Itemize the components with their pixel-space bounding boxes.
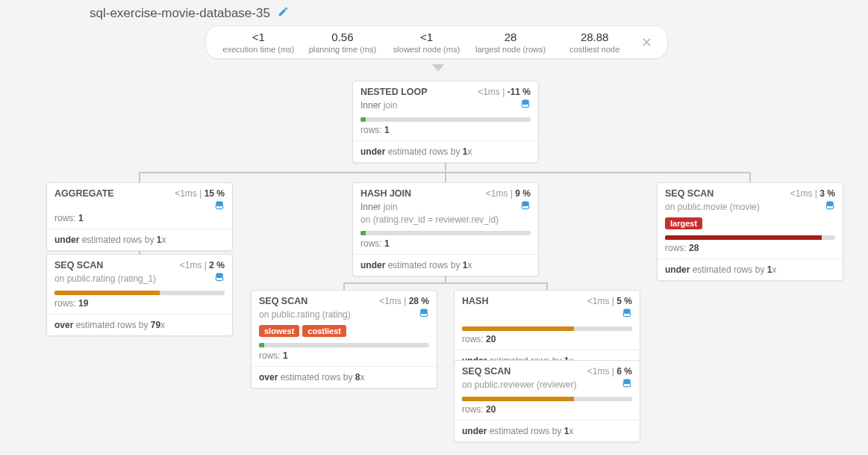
scan-target: on public.rating (rating) (259, 309, 351, 320)
page-title: sql-exercise-movie-database-35 (90, 6, 289, 21)
estimate-line: under estimated rows by 1x (353, 254, 538, 276)
database-icon[interactable] (520, 200, 531, 213)
scan-target: on public.rating (rating_1) (54, 273, 156, 284)
node-metrics: <1ms | 2 % (180, 260, 225, 270)
database-icon[interactable] (214, 200, 225, 213)
rows-count: rows: 1 (360, 238, 531, 249)
database-icon[interactable] (622, 378, 632, 391)
node-name: SEQ SCAN (462, 366, 511, 377)
join-type: Inner join (360, 100, 397, 111)
estimate-line: under estimated rows by 1x (353, 140, 538, 162)
rows-count: rows: 20 (462, 334, 632, 344)
rows-bar (259, 343, 429, 347)
node-name: SEQ SCAN (665, 188, 714, 199)
database-icon[interactable] (214, 272, 225, 285)
edit-icon[interactable] (278, 6, 289, 21)
rows-count: rows: 19 (54, 298, 225, 309)
scan-target: on public.movie (movie) (665, 202, 760, 212)
database-icon[interactable] (520, 99, 531, 111)
rows-count: rows: 1 (360, 125, 531, 135)
database-icon[interactable] (825, 200, 835, 213)
plan-node-seq_movie[interactable]: SEQ SCAN<1ms | 3 %on public.movie (movie… (657, 182, 843, 281)
stat-largest: 28 largest node (rows) (469, 31, 553, 54)
estimate-line: under estimated rows by 1x (47, 229, 232, 250)
tag-largest: largest (665, 217, 702, 229)
stat-exec-time: <1 execution time (ms) (216, 31, 301, 54)
rows-bar (665, 235, 835, 240)
node-name: SEQ SCAN (259, 296, 307, 306)
estimate-line: under estimated rows by 1x (455, 420, 640, 442)
node-metrics: <1ms | 6 % (587, 366, 632, 377)
join-type: Inner join (360, 202, 397, 212)
plan-node-seq_rating[interactable]: SEQ SCAN<1ms | 28 %on public.rating (rat… (251, 290, 437, 389)
node-name: HASH JOIN (360, 188, 411, 199)
database-icon[interactable] (419, 308, 429, 321)
node-metrics: <1ms | 5 % (587, 296, 632, 306)
node-name: SEQ SCAN (54, 260, 103, 270)
stats-bar: <1 execution time (ms) 0.56 planning tim… (205, 25, 668, 59)
node-metrics: <1ms | 9 % (486, 188, 531, 199)
tag-slowest: slowest (259, 325, 299, 337)
rows-count: rows: 28 (665, 243, 835, 253)
rows-bar (360, 117, 531, 122)
node-metrics: <1ms | 3 % (790, 188, 835, 199)
database-icon[interactable] (622, 308, 632, 321)
title-text: sql-exercise-movie-database-35 (90, 6, 270, 21)
join-condition: on (rating.rev_id = reviewer.rev_id) (360, 214, 499, 225)
node-metrics: <1ms | 28 % (379, 296, 429, 306)
plan-node-nested_loop[interactable]: NESTED LOOP<1ms | -11 %Inner joinrows: 1… (352, 81, 539, 163)
rows-bar (462, 397, 632, 401)
estimate-line: under estimated rows by 1x (658, 259, 843, 280)
plan-node-aggregate[interactable]: AGGREGATE<1ms | 15 %rows: 1under estimat… (46, 182, 233, 251)
plan-node-hash_join[interactable]: HASH JOIN<1ms | 9 %Inner joinon (rating.… (352, 182, 539, 276)
rows-count: rows: 20 (462, 404, 632, 415)
node-metrics: <1ms | -11 % (478, 87, 531, 97)
rows-bar (54, 291, 225, 295)
tag-costliest: costliest (302, 325, 346, 337)
rows-bar (360, 231, 531, 235)
rows-count: rows: 1 (259, 350, 429, 361)
node-metrics: <1ms | 15 % (175, 188, 225, 199)
rows-count: rows: 1 (54, 213, 225, 223)
stat-costliest: 28.88 costliest node (552, 31, 637, 54)
scan-target: on public.reviewer (reviewer) (462, 380, 576, 390)
stat-plan-time: 0.56 planning time (ms) (301, 31, 385, 54)
estimate-line: over estimated rows by 8x (252, 366, 437, 388)
node-name: HASH (462, 296, 488, 306)
close-icon[interactable]: ✕ (637, 34, 657, 51)
node-name: AGGREGATE (54, 188, 114, 199)
node-name: NESTED LOOP (360, 87, 428, 97)
plan-node-seq_reviewer[interactable]: SEQ SCAN<1ms | 6 %on public.reviewer (re… (454, 360, 640, 442)
estimate-line: over estimated rows by 79x (47, 314, 232, 335)
plan-node-seq_rating1[interactable]: SEQ SCAN<1ms | 2 %on public.rating (rati… (46, 254, 233, 336)
stat-slowest: <1 slowest node (ms) (384, 31, 469, 54)
chevron-down-icon (432, 64, 444, 72)
rows-bar (462, 326, 632, 331)
